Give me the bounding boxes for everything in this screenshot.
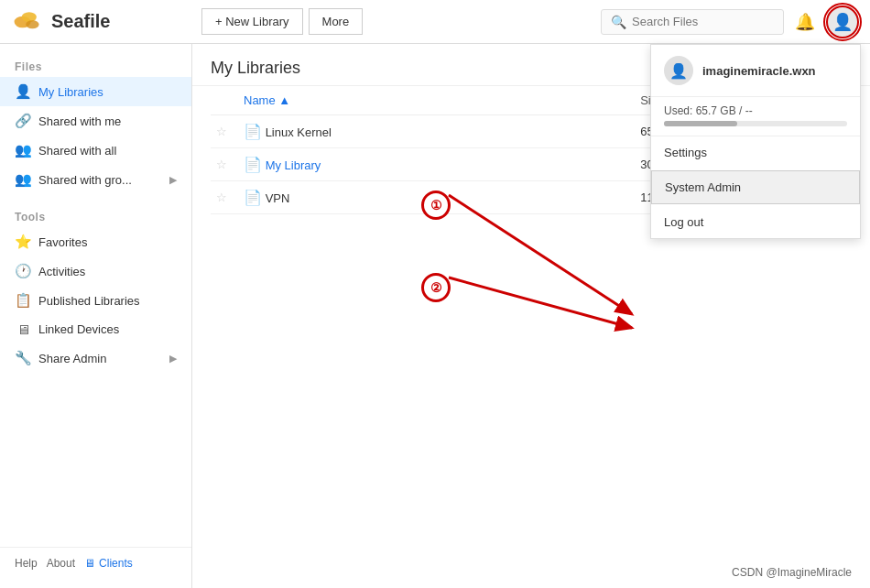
topbar-right: 🔍 🔔 👤 xyxy=(601,5,859,38)
shared-gro-arrow-icon: ▶ xyxy=(169,174,177,186)
sidebar-item-shared-with-all[interactable]: 👥 Shared with all xyxy=(0,136,191,165)
svg-point-2 xyxy=(26,20,38,28)
sidebar-item-share-admin[interactable]: 🔧 Share Admin ▶ xyxy=(0,343,191,373)
dropdown-header: 👤 imaginemiracle.wxn xyxy=(651,45,860,97)
linked-devices-icon: 🖥 xyxy=(15,321,31,337)
tools-section-title: Tools xyxy=(0,203,191,227)
files-section-title: Files xyxy=(0,53,191,77)
search-box[interactable]: 🔍 xyxy=(601,9,784,35)
library-name-2[interactable]: VPN xyxy=(266,191,290,205)
library-icon-0: 📄 xyxy=(244,124,262,139)
bell-icon: 🔔 xyxy=(795,13,815,31)
sidebar-item-published-libraries[interactable]: 📋 Published Libraries xyxy=(0,286,191,315)
search-input[interactable] xyxy=(632,15,760,28)
sidebar-item-activities[interactable]: 🕐 Activities xyxy=(0,256,191,286)
star-cell-1: ☆ xyxy=(211,148,238,181)
dropdown-usage: Used: 65.7 GB / -- xyxy=(651,97,860,136)
monitor-icon: 🖥 xyxy=(84,557,95,570)
sidebar-item-published-libraries-label: Published Libraries xyxy=(38,294,177,308)
new-library-button[interactable]: + New Library xyxy=(201,8,303,35)
avatar-wrapper: 👤 xyxy=(826,5,859,38)
settings-menu-item[interactable]: Settings xyxy=(651,136,860,169)
search-icon: 🔍 xyxy=(611,15,626,29)
published-libraries-icon: 📋 xyxy=(15,292,31,309)
sidebar-item-linked-devices-label: Linked Devices xyxy=(38,322,177,336)
clients-link[interactable]: 🖥 Clients xyxy=(84,557,133,570)
activities-icon: 🕐 xyxy=(15,263,31,279)
sidebar-item-activities-label: Activities xyxy=(38,265,177,278)
usage-bar-bg xyxy=(664,121,847,126)
sidebar-item-share-admin-label: Share Admin xyxy=(38,352,162,365)
shared-with-me-icon: 🔗 xyxy=(15,113,31,129)
sidebar-bottom: Help About 🖥 Clients xyxy=(0,547,191,579)
name-cell-1: 📄 My Library xyxy=(238,148,635,181)
svg-point-1 xyxy=(22,12,37,22)
topbar: Seafile + New Library More 🔍 🔔 👤 👤 imagi… xyxy=(0,0,870,44)
avatar-button[interactable]: 👤 xyxy=(826,5,859,38)
svg-line-5 xyxy=(449,278,632,328)
star-icon-1[interactable]: ☆ xyxy=(216,158,227,171)
topbar-actions: + New Library More xyxy=(201,8,593,35)
sidebar-item-shared-with-me[interactable]: 🔗 Shared with me xyxy=(0,106,191,136)
seafile-logo-icon xyxy=(11,5,44,38)
notifications-button[interactable]: 🔔 xyxy=(791,8,819,36)
sidebar-item-favorites[interactable]: ⭐ Favorites xyxy=(0,227,191,256)
star-cell-0: ☆ xyxy=(211,115,238,148)
logout-menu-item[interactable]: Log out xyxy=(651,206,860,238)
shared-with-all-icon: 👥 xyxy=(15,142,31,158)
dropdown-username: imaginemiracle.wxn xyxy=(702,64,816,78)
sidebar-item-linked-devices[interactable]: 🖥 Linked Devices xyxy=(0,315,191,343)
sidebar-item-favorites-label: Favorites xyxy=(38,235,177,249)
usage-bar-fill xyxy=(664,121,737,126)
sidebar-item-shared-with-gro[interactable]: 👥 Shared with gro... ▶ xyxy=(0,165,191,194)
my-libraries-icon: 👤 xyxy=(15,83,31,100)
shared-with-gro-icon: 👥 xyxy=(15,171,31,188)
share-admin-arrow-icon: ▶ xyxy=(169,353,177,365)
name-cell-0: 📄 Linux Kernel xyxy=(238,115,635,148)
star-cell-2: ☆ xyxy=(211,181,238,214)
library-link-1[interactable]: My Library xyxy=(266,158,321,172)
sidebar-item-shared-with-gro-label: Shared with gro... xyxy=(38,173,162,187)
name-col-label: Name ▲ xyxy=(244,93,290,107)
sidebar-item-shared-with-me-label: Shared with me xyxy=(38,114,177,128)
help-link[interactable]: Help xyxy=(15,557,38,570)
avatar-icon: 👤 xyxy=(832,12,853,32)
clients-link-label: Clients xyxy=(99,557,133,570)
sidebar-item-my-libraries[interactable]: 👤 My Libraries xyxy=(0,77,191,106)
share-admin-icon: 🔧 xyxy=(15,350,31,366)
star-icon-0[interactable]: ☆ xyxy=(216,125,227,138)
star-col-header xyxy=(211,86,238,115)
system-admin-menu-item[interactable]: System Admin xyxy=(651,170,860,204)
library-icon-2: 📄 xyxy=(244,190,262,205)
name-col-header[interactable]: Name ▲ xyxy=(238,86,635,115)
logo-area: Seafile xyxy=(11,5,194,38)
about-link[interactable]: About xyxy=(47,557,75,570)
usage-text: Used: 65.7 GB / -- xyxy=(664,104,753,117)
user-dropdown: 👤 imaginemiracle.wxn Used: 65.7 GB / -- … xyxy=(650,44,861,239)
dropdown-avatar: 👤 xyxy=(664,56,693,85)
sidebar: Files 👤 My Libraries 🔗 Shared with me 👥 … xyxy=(0,44,192,588)
star-icon-2[interactable]: ☆ xyxy=(216,191,227,204)
favorites-icon: ⭐ xyxy=(15,234,31,250)
name-cell-2: 📄 VPN xyxy=(238,181,635,214)
dropdown-avatar-icon: 👤 xyxy=(669,62,688,80)
library-name-0[interactable]: Linux Kernel xyxy=(266,125,332,139)
library-icon-1: 📄 xyxy=(244,157,262,172)
annotation-circle-2: ② xyxy=(421,273,451,302)
sidebar-item-my-libraries-label: My Libraries xyxy=(38,85,177,99)
app-name: Seafile xyxy=(51,11,110,32)
more-button[interactable]: More xyxy=(309,8,364,35)
sidebar-item-shared-with-all-label: Shared with all xyxy=(38,144,177,158)
